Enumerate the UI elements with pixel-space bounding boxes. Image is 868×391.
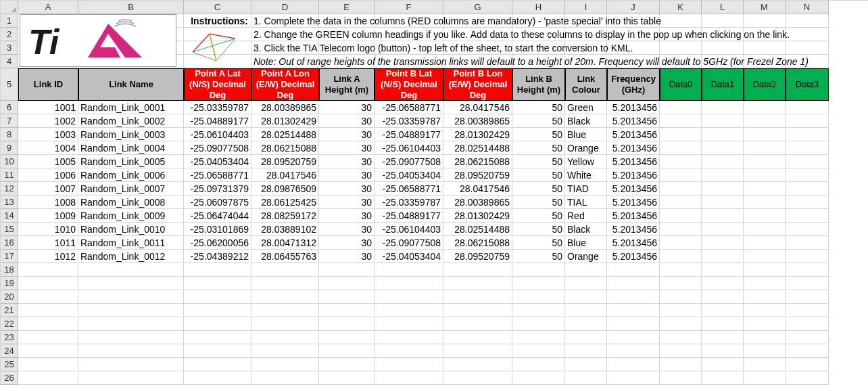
cell-10-J[interactable]: 5.2013456 — [607, 155, 660, 168]
cell-15-A[interactable]: 1010 — [18, 223, 78, 236]
cell-21-H[interactable] — [512, 304, 565, 317]
cell-17-A[interactable]: 1012 — [18, 250, 78, 263]
cell-19-M[interactable] — [744, 277, 786, 290]
cell-24-M[interactable] — [744, 344, 786, 358]
row-header-3[interactable]: 3 — [1, 41, 18, 55]
cell-26-B[interactable] — [78, 371, 184, 385]
cell-19-E[interactable] — [319, 277, 375, 290]
cell-18-I[interactable] — [565, 263, 607, 277]
cell-11-E[interactable]: 30 — [319, 168, 375, 182]
cell-15-F[interactable]: -25.06104403 — [375, 223, 443, 236]
cell-11-D[interactable]: 28.0417546 — [251, 168, 319, 182]
cell-8-H[interactable]: 50 — [512, 128, 565, 141]
cell-26-J[interactable] — [607, 371, 660, 385]
cell-24-C[interactable] — [184, 344, 251, 358]
cell-22-I[interactable] — [565, 317, 607, 331]
col-header-D[interactable]: D — [251, 1, 319, 14]
cell-19-I[interactable] — [565, 277, 607, 290]
cell-16-L[interactable] — [702, 236, 744, 250]
cell-10-A[interactable]: 1005 — [18, 155, 78, 168]
cell-7-I[interactable]: Black — [565, 114, 607, 128]
row-header-10[interactable]: 10 — [1, 155, 18, 168]
cell-6-E[interactable]: 30 — [319, 101, 375, 114]
cell-9-I[interactable]: Orange — [565, 141, 607, 155]
cell-24-A[interactable] — [18, 344, 78, 358]
cell-11-G[interactable]: 28.09520759 — [443, 168, 512, 182]
cell-17-M[interactable] — [744, 250, 786, 263]
cell-11-M[interactable] — [744, 168, 786, 182]
cell-23-D[interactable] — [251, 331, 319, 344]
row-header-9[interactable]: 9 — [1, 141, 18, 155]
row-header-24[interactable]: 24 — [1, 344, 18, 358]
cell-18-C[interactable] — [184, 263, 251, 277]
cell-25-A[interactable] — [18, 358, 78, 371]
cell-16-B[interactable]: Random_Link_0011 — [78, 236, 184, 250]
row-header-5[interactable]: 5 — [1, 68, 18, 101]
cell-14-N[interactable] — [786, 209, 829, 223]
cell-13-G[interactable]: 28.00389865 — [443, 196, 512, 209]
cell-8-D[interactable]: 28.02514488 — [251, 128, 319, 141]
cell-13-M[interactable] — [744, 196, 786, 209]
cell-22-C[interactable] — [184, 317, 251, 331]
cell-8-N[interactable] — [786, 128, 829, 141]
cell-9-A[interactable]: 1004 — [18, 141, 78, 155]
cell-21-B[interactable] — [78, 304, 184, 317]
cell-6-F[interactable]: -25.06588771 — [375, 101, 443, 114]
cell-16-C[interactable]: -25.06200056 — [184, 236, 251, 250]
cell-26-I[interactable] — [565, 371, 607, 385]
cell-22-A[interactable] — [18, 317, 78, 331]
table-header-H[interactable]: Link B Height (m) — [512, 68, 565, 101]
cell-17-G[interactable]: 28.09520759 — [443, 250, 512, 263]
cell-9-H[interactable]: 50 — [512, 141, 565, 155]
cell-16-D[interactable]: 28.00471312 — [251, 236, 319, 250]
cell-10-K[interactable] — [660, 155, 702, 168]
cell-7-N[interactable] — [786, 114, 829, 128]
col-header-L[interactable]: L — [702, 1, 744, 14]
cell-12-L[interactable] — [702, 182, 744, 196]
table-header-C[interactable]: Point A Lat (N/S) Decimal Deg — [184, 68, 251, 101]
col-header-C[interactable]: C — [184, 1, 251, 14]
cell-12-D[interactable]: 28.09876509 — [251, 182, 319, 196]
cell-14-M[interactable] — [744, 209, 786, 223]
cell-23-J[interactable] — [607, 331, 660, 344]
cell-3-L[interactable] — [702, 41, 744, 55]
cell-23-B[interactable] — [78, 331, 184, 344]
cell-13-L[interactable] — [702, 196, 744, 209]
col-header-G[interactable]: G — [443, 1, 512, 14]
cell-24-N[interactable] — [786, 344, 829, 358]
cell-26-M[interactable] — [744, 371, 786, 385]
col-header-F[interactable]: F — [375, 1, 443, 14]
cell-9-N[interactable] — [786, 141, 829, 155]
cell-16-E[interactable]: 30 — [319, 236, 375, 250]
cell-12-J[interactable]: 5.2013456 — [607, 182, 660, 196]
cell-6-D[interactable]: 28.00389865 — [251, 101, 319, 114]
cell-22-B[interactable] — [78, 317, 184, 331]
cell-13-K[interactable] — [660, 196, 702, 209]
cell-18-D[interactable] — [251, 263, 319, 277]
cell-22-N[interactable] — [786, 317, 829, 331]
cell-3-M[interactable] — [744, 41, 786, 55]
cell-13-I[interactable]: TIAL — [565, 196, 607, 209]
cell-22-F[interactable] — [375, 317, 443, 331]
row-header-2[interactable]: 2 — [1, 28, 18, 41]
cell-11-I[interactable]: White — [565, 168, 607, 182]
cell-21-A[interactable] — [18, 304, 78, 317]
cell-22-J[interactable] — [607, 317, 660, 331]
cell-22-G[interactable] — [443, 317, 512, 331]
cell-24-E[interactable] — [319, 344, 375, 358]
row-header-17[interactable]: 17 — [1, 250, 18, 263]
cell-8-M[interactable] — [744, 128, 786, 141]
cell-15-L[interactable] — [702, 223, 744, 236]
table-header-I[interactable]: Link Colour — [565, 68, 607, 101]
cell-10-G[interactable]: 28.06215088 — [443, 155, 512, 168]
cell-21-J[interactable] — [607, 304, 660, 317]
cell-26-G[interactable] — [443, 371, 512, 385]
table-header-F[interactable]: Point B Lat (N/S) Decimal Deg — [375, 68, 443, 101]
cell-19-F[interactable] — [375, 277, 443, 290]
cell-7-G[interactable]: 28.00389865 — [443, 114, 512, 128]
cell-12-C[interactable]: -25.09731379 — [184, 182, 251, 196]
cell-13-N[interactable] — [786, 196, 829, 209]
cell-7-J[interactable]: 5.2013456 — [607, 114, 660, 128]
cell-16-H[interactable]: 50 — [512, 236, 565, 250]
cell-26-E[interactable] — [319, 371, 375, 385]
